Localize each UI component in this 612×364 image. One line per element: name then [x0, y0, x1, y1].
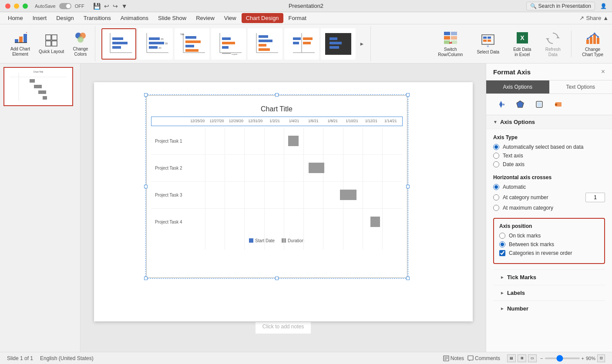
menu-insert[interactable]: Insert [28, 13, 51, 23]
close-window-button[interactable] [5, 3, 10, 9]
format-icons-row [486, 94, 612, 115]
task-bar-2[interactable] [309, 163, 324, 173]
user-account-icon[interactable]: 👤 [600, 3, 607, 9]
close-panel-button[interactable]: × [601, 68, 605, 76]
reading-view-btn[interactable]: ▭ [528, 354, 537, 362]
slide-sorter-btn[interactable]: ⊞ [518, 354, 526, 362]
labels-section: ► Labels [493, 285, 605, 301]
menu-design[interactable]: Design [52, 13, 78, 23]
radio-text-axis-input[interactable] [493, 153, 499, 159]
slide-thumbnail-1[interactable]: Chart Title [3, 67, 73, 106]
axis-options-section-header[interactable]: ▼ Axis Options [486, 115, 612, 129]
zoom-slider[interactable] [545, 357, 580, 359]
add-chart-element-button[interactable]: + Add ChartElement [7, 29, 34, 59]
slide-info: Slide 1 of 1 [7, 355, 33, 361]
toolbar-icon-undo[interactable]: ↩ [104, 3, 109, 10]
format-size-icon-btn[interactable] [551, 97, 566, 111]
radio-category-number-label: At category number [503, 194, 582, 200]
task-bar-area-3 [186, 182, 403, 208]
categories-reverse-checkbox[interactable] [499, 250, 505, 256]
toolbar-icon-customize[interactable]: ▼ [121, 3, 128, 10]
add-chart-element-icon: + [13, 31, 27, 45]
category-number-input[interactable] [585, 193, 605, 202]
menu-animations[interactable]: Animations [116, 13, 153, 23]
task-bar-1[interactable] [288, 136, 299, 146]
format-effects-icon-btn[interactable] [531, 97, 547, 111]
gantt-rows: Project Task 1 Project Task 2 [151, 128, 403, 236]
format-border-icon-btn[interactable] [512, 97, 528, 111]
tab-text-options[interactable]: Text Options [549, 80, 612, 94]
notes-area[interactable]: Click to add notes [256, 321, 311, 334]
svg-rect-0 [15, 39, 18, 43]
radio-category-number-input[interactable] [493, 194, 499, 200]
radio-date-axis-input[interactable] [493, 161, 499, 167]
menu-view[interactable]: View [220, 13, 241, 23]
radio-auto-select-input[interactable] [493, 144, 499, 150]
radio-max-category-input[interactable] [493, 205, 499, 211]
refresh-data-button[interactable]: RefreshData [540, 29, 566, 59]
zoom-out-btn[interactable]: − [540, 356, 543, 361]
menu-review[interactable]: Review [192, 13, 219, 23]
labels-header[interactable]: ► Labels [493, 285, 605, 301]
svg-rect-36 [222, 46, 229, 49]
legend-start-date-label: Start Date [255, 238, 275, 243]
switch-row-col-button[interactable]: ⇄ SwitchRow/Column [433, 29, 468, 59]
layout-thumb-7[interactable] [321, 28, 356, 60]
search-bar[interactable]: 🔍 Search in Presentation [526, 2, 595, 10]
svg-marker-88 [517, 101, 524, 107]
menu-slideshow[interactable]: Slide Show [154, 13, 191, 23]
menu-chart-design[interactable]: Chart Design [242, 13, 283, 23]
autosave-toggle[interactable] [59, 3, 71, 9]
task-bar-3[interactable] [340, 190, 356, 200]
maximize-window-button[interactable] [23, 3, 28, 9]
date-axis-area[interactable]: 12/25/20 12/27/20 12/29/20 12/31/20 1/2/… [151, 117, 403, 126]
date-7: 1/8/21 [323, 119, 342, 123]
tick-marks-arrow: ► [500, 275, 504, 280]
share-button[interactable]: ↗ Share ▲ [579, 15, 609, 21]
quick-layout-button[interactable]: Quick Layout [35, 32, 67, 56]
format-panel-tabs: Axis Options Text Options [486, 80, 612, 94]
radio-between-tick-marks-input[interactable] [499, 241, 505, 247]
add-chart-element-label: Add ChartElement [10, 47, 30, 57]
task-row-1: Project Task 1 [151, 128, 403, 155]
radio-automatic-input[interactable] [493, 184, 499, 190]
normal-view-btn[interactable]: ▤ [507, 354, 516, 362]
menu-format[interactable]: Format [284, 13, 311, 23]
menu-transitions[interactable]: Transitions [79, 13, 115, 23]
format-fill-icon-btn[interactable] [493, 97, 509, 111]
layout-thumb-3[interactable]: Title [175, 28, 209, 60]
svg-rect-42 [259, 40, 272, 42]
chart-title[interactable]: Chart Title [151, 105, 403, 113]
zoom-controls: − + 90% ⊡ [540, 354, 605, 362]
task-label-2: Project Task 2 [151, 166, 186, 170]
number-header[interactable]: ► Number [493, 301, 605, 316]
layout-thumb-4[interactable]: Legend [211, 28, 246, 60]
layout-thumb-5[interactable] [248, 28, 282, 60]
zoom-in-btn[interactable]: + [582, 356, 584, 361]
svg-rect-74 [593, 34, 596, 44]
layout-thumb-1[interactable] [101, 28, 136, 60]
change-chart-type-button[interactable]: ChangeChart Type [577, 29, 609, 59]
layout-thumb-2[interactable]: 25 35 20 [138, 28, 173, 60]
chart-container[interactable]: Chart Title 12/25/20 12/27/20 12/29/20 1… [146, 95, 407, 278]
tick-marks-header[interactable]: ► Tick Marks [493, 270, 605, 285]
task-bar-4[interactable] [370, 217, 380, 227]
fit-slide-btn[interactable]: ⊡ [597, 354, 605, 362]
edit-data-excel-button[interactable]: X Edit Datain Excel [508, 29, 536, 59]
tab-axis-options[interactable]: Axis Options [486, 80, 549, 94]
ribbon: + Add ChartElement Quick Layout [0, 24, 612, 63]
select-data-button[interactable]: ≡ Select Data [471, 31, 504, 57]
comments-button[interactable]: Comments [467, 355, 500, 361]
change-colors-button[interactable]: ChangeColors [69, 29, 91, 59]
layout-next-arrow[interactable]: ► [357, 28, 366, 60]
toolbar-icon-save[interactable]: 💾 [93, 3, 101, 10]
autosave-state: OFF [75, 3, 84, 9]
notes-button[interactable]: Notes [443, 355, 464, 361]
svg-rect-28 [185, 40, 201, 43]
minimize-window-button[interactable] [14, 3, 19, 9]
svg-text:+: + [26, 31, 27, 35]
toolbar-icon-redo[interactable]: ↪ [113, 3, 118, 10]
radio-on-tick-marks-input[interactable] [499, 233, 505, 239]
menu-home[interactable]: Home [3, 13, 27, 23]
layout-thumb-6[interactable] [284, 28, 319, 60]
